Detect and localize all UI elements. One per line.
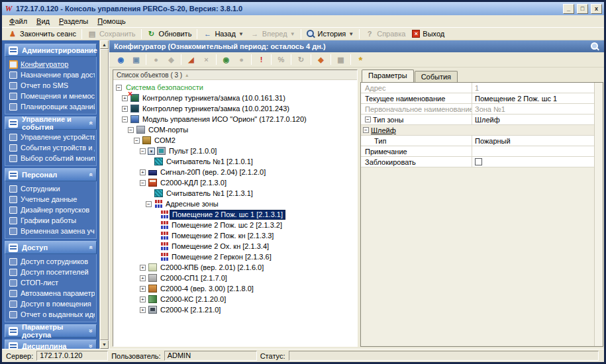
tree-node[interactable]: − COM-порты	[113, 124, 357, 135]
history-button[interactable]: История▼	[303, 29, 358, 39]
sidebar-item-temp-replacement[interactable]: Временная замена учетных ...	[9, 226, 95, 236]
tree-node[interactable]: − Система безопасности	[113, 82, 357, 93]
tree-expander[interactable]: −	[140, 148, 146, 154]
tree-expander[interactable]: +	[140, 296, 146, 302]
dropdown-arrow-icon[interactable]: ▼	[238, 31, 244, 37]
dropdown-arrow-icon[interactable]: ▼	[290, 31, 295, 37]
tree-expander[interactable]: +	[140, 265, 146, 271]
collapse-chevron-icon[interactable]: «	[87, 121, 94, 125]
tree-expander[interactable]: −	[140, 180, 146, 186]
tree-node[interactable]: + С2000-4 (вер. 3.00) [2.1.8.0]	[113, 283, 357, 294]
workstation-button[interactable]: ▣	[128, 54, 144, 66]
property-expander[interactable]: −	[363, 127, 369, 133]
badge-button[interactable]: ●	[148, 54, 164, 66]
wizard-button[interactable]: *	[353, 54, 368, 66]
collapse-chevron-icon[interactable]: «	[87, 329, 94, 333]
sphere-button[interactable]: ●	[234, 54, 249, 66]
sidebar-item-id-report[interactable]: Отчет о выданных идентиф...	[9, 309, 95, 320]
exit-button[interactable]: ×Выход	[409, 29, 448, 38]
sidebar-item-room-access[interactable]: Доступ в помещения	[9, 298, 95, 309]
sidebar-item-rooms-mnemo[interactable]: Помещения и мнемосхема	[9, 91, 95, 101]
property-expander[interactable]: −	[365, 116, 371, 122]
collapse-chevron-icon[interactable]: «	[87, 246, 94, 250]
subordinate-marker-icon[interactable]: ▼	[148, 148, 155, 155]
resources-button[interactable]: ◆	[313, 54, 328, 66]
tree-node[interactable]: + Сигнал-20П (вер. 2.04) [2.1.2.0]	[113, 167, 357, 177]
menu-view[interactable]: Вид	[32, 16, 54, 26]
menu-sections[interactable]: Разделы	[54, 16, 93, 26]
tree-node[interactable]: Считыватель №1 [2.1.3.1]	[113, 188, 357, 199]
tree-expander[interactable]: +	[122, 95, 128, 101]
sidebar-item-auto-replace[interactable]: Автозамена параметров до...	[9, 288, 95, 298]
tree-node[interactable]: − Модуль управления ИСО "Орион" (172.17.…	[113, 114, 357, 124]
tree-node[interactable]: + С2000-КС [2.1.20.0]	[113, 294, 357, 304]
bell-button[interactable]: ◆	[164, 54, 179, 66]
tree-node[interactable]: + С2000-СП1 [2.1.7.0]	[113, 273, 357, 283]
warning-button[interactable]: !	[254, 54, 269, 66]
tree-node[interactable]: + Контроллер турникета/замка (10.0.201.2…	[113, 103, 357, 114]
edit-button[interactable]: ◢	[183, 54, 199, 66]
collapse-chevron-icon[interactable]: «	[87, 173, 94, 177]
save-button[interactable]: ▤Сохранить	[84, 29, 139, 39]
object-list-header[interactable]: Список объектов ( 3 ) ▴	[113, 70, 357, 80]
menu-file[interactable]: Файл	[5, 16, 32, 26]
sidebar-item-badge-designer[interactable]: Дизайнер пропусков	[9, 205, 95, 215]
sidebar-item-stop-list[interactable]: СТОП-лист	[9, 277, 95, 288]
tab-events[interactable]: События	[415, 71, 458, 82]
end-session-button[interactable]: ♟Закончить сеанс	[5, 29, 79, 39]
tree-expander[interactable]: −	[128, 127, 134, 133]
tree-node[interactable]: + С2000-К [2.1.21.0]	[113, 304, 357, 315]
sidebar-item-sms-report[interactable]: Отчет по SMS	[9, 80, 95, 91]
close-button[interactable]: x	[591, 4, 602, 14]
collapse-chevron-icon[interactable]: «	[87, 344, 94, 348]
delete-button[interactable]: ×	[199, 54, 214, 66]
help-button[interactable]: ?Справка	[362, 29, 409, 38]
tree-expander[interactable]: +	[140, 286, 146, 292]
maximize-button[interactable]: □	[577, 4, 588, 14]
tree-node[interactable]: Считыватель №1 [2.1.0.1]	[113, 156, 357, 167]
sidebar-item-device-control[interactable]: Управление устройствами и...	[9, 132, 95, 142]
tree-node[interactable]: Помещение 2 Пож. кн [2.1.3.3]	[113, 230, 357, 241]
tab-parameters[interactable]: Параметры	[362, 69, 414, 82]
tree-expander[interactable]: −	[116, 85, 122, 91]
tree-expander[interactable]: −	[146, 201, 152, 207]
tree-expander[interactable]: +	[122, 106, 128, 112]
tree-expander[interactable]: −	[134, 138, 140, 144]
tree-expander[interactable]: −	[122, 116, 128, 122]
sidebar-item-accounts[interactable]: Учетные данные	[9, 194, 95, 205]
sidebar-item-employees[interactable]: Сотрудники	[9, 183, 95, 194]
scrollbar-thumb[interactable]	[100, 49, 109, 340]
tree-node[interactable]: Помещение 2 Геркон [2.1.3.6]	[113, 251, 357, 262]
sidebar-item-scheduler[interactable]: Планировщик заданий	[9, 101, 95, 112]
recycle-button[interactable]: ↻	[293, 54, 309, 66]
sidebar-item-visitor-access[interactable]: Доступ посетителей	[9, 267, 95, 277]
tree-node[interactable]: − COM2	[113, 135, 357, 146]
tree-node[interactable]: + С2000-КПБ (вер. 2.01) [2.1.6.0]	[113, 262, 357, 273]
tree-node[interactable]: − С2000-КДЛ [2.1.3.0]	[113, 177, 357, 188]
sidebar-item-monitoring-events[interactable]: Выбор событий мониторинга	[9, 153, 95, 163]
tree-expander[interactable]: +	[140, 307, 146, 313]
sidebar-item-work-schedules[interactable]: Графики работы	[9, 215, 95, 226]
tree-expander[interactable]: +	[140, 169, 146, 175]
lock-checkbox[interactable]	[475, 158, 482, 165]
sidebar-item-access-rights[interactable]: Назначение прав доступа о...	[9, 69, 95, 80]
tree-node[interactable]: − ▼Пульт [2.1.0.0]	[113, 146, 357, 156]
search-object-button[interactable]: ◉	[113, 54, 128, 66]
dropdown-arrow-icon[interactable]: ▼	[348, 31, 354, 37]
display-button[interactable]: ▦	[333, 54, 348, 66]
tree-node[interactable]: Помещение 2 Ох. кн [2.1.3.4]	[113, 241, 357, 251]
tree-node[interactable]: Помещение 2 Пож. шс 1 [2.1.3.1]	[113, 209, 357, 220]
scroll-up-button[interactable]: ▲	[100, 40, 109, 49]
sidebar-item-configurator[interactable]: Конфигуратор	[9, 59, 95, 69]
sidebar-item-device-events[interactable]: События устройств и дейст...	[9, 142, 95, 153]
minimize-button[interactable]: _	[563, 4, 574, 14]
property-grid-scrollbar[interactable]	[594, 83, 603, 346]
sidebar-item-employee-access[interactable]: Доступ сотрудников	[9, 256, 95, 267]
scroll-down-button[interactable]: ▼	[100, 340, 109, 349]
menu-help[interactable]: Помощь	[93, 16, 130, 26]
percent-button[interactable]: %	[274, 54, 289, 66]
refresh-button[interactable]: ↻Обновить	[144, 29, 195, 39]
tree-node[interactable]: Помещение 2 Пож. шс 2 [2.1.3.2]	[113, 220, 357, 230]
forward-button[interactable]: →Вперед▼	[247, 29, 299, 38]
tree-node[interactable]: + Контроллер турникета/замка (10.0.161.3…	[113, 93, 357, 103]
